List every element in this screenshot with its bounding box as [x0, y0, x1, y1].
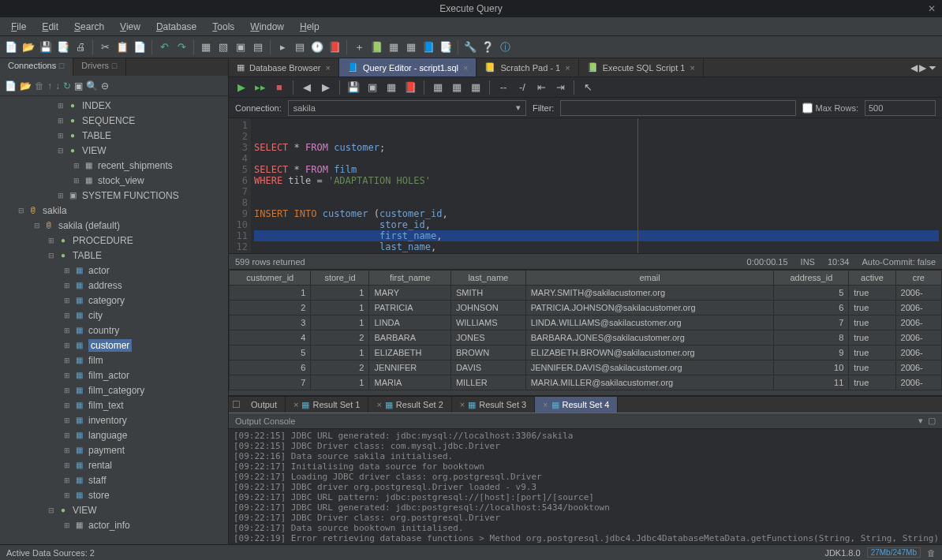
- stop-icon[interactable]: ■: [271, 80, 287, 95]
- open-file-icon[interactable]: 📂: [21, 39, 36, 55]
- maxrows-input[interactable]: [865, 100, 936, 116]
- tool-icon[interactable]: ▦: [386, 39, 402, 55]
- down-icon[interactable]: ↓: [55, 80, 60, 91]
- tree-node-country[interactable]: ⊞▦country: [0, 323, 228, 338]
- doc-icon[interactable]: 📘: [421, 39, 436, 55]
- open-folder-icon[interactable]: 📂: [20, 80, 32, 91]
- menu-help[interactable]: Help: [292, 19, 327, 35]
- menu-view[interactable]: View: [112, 19, 148, 35]
- menu-file[interactable]: File: [3, 19, 34, 35]
- tool-icon[interactable]: ▦: [430, 80, 446, 95]
- tree-node-film-category[interactable]: ⊞▦film_category: [0, 383, 228, 398]
- tree-node-rental[interactable]: ⊞▦rental: [0, 457, 228, 472]
- tab-output[interactable]: Output: [243, 397, 286, 413]
- filter-input[interactable]: [560, 100, 795, 116]
- trash-icon[interactable]: 🗑: [35, 80, 44, 91]
- tool-icon[interactable]: ▣: [233, 39, 249, 55]
- tree-node-sakila-conn[interactable]: ⊟🛢sakila: [0, 203, 228, 218]
- rs-close-icon[interactable]: ☐: [229, 397, 243, 413]
- run-sql-icon[interactable]: ▸: [275, 39, 290, 55]
- col-email[interactable]: email: [525, 271, 774, 286]
- tool-icon[interactable]: ▤: [250, 39, 266, 55]
- help-icon[interactable]: ❔: [480, 39, 495, 55]
- tab-next-icon[interactable]: ▶: [919, 62, 926, 73]
- col-first_name[interactable]: first_name: [369, 271, 450, 286]
- tree-node-table[interactable]: ⊞●TABLE: [0, 128, 228, 143]
- redo-icon[interactable]: ↷: [174, 39, 189, 55]
- tree-node-view2[interactable]: ⊟●VIEW: [0, 502, 228, 517]
- save-as-icon[interactable]: 📑: [55, 39, 71, 55]
- up-icon[interactable]: ↑: [47, 80, 52, 91]
- tree-node-city[interactable]: ⊞▦city: [0, 308, 228, 323]
- table-row[interactable]: 31LINDAWILLIAMSLINDA.WILLIAMS@sakilacust…: [230, 315, 942, 330]
- memory-indicator[interactable]: 27Mb/247Mb: [867, 547, 921, 558]
- tree-node-store[interactable]: ⊞▦store: [0, 487, 228, 502]
- col-address_id[interactable]: address_id: [774, 271, 849, 286]
- pointer-icon[interactable]: ↖: [580, 80, 596, 95]
- run-icon[interactable]: ▶: [234, 80, 249, 95]
- collapse-icon[interactable]: ⊖: [101, 80, 109, 91]
- tree-node-customer[interactable]: ⊞▦customer: [0, 338, 228, 353]
- menu-tools[interactable]: Tools: [204, 19, 242, 35]
- tool-icon[interactable]: ▦: [468, 80, 484, 95]
- sql-editor[interactable]: 1234567891011121314 SELECT * FROM custom…: [229, 118, 942, 254]
- tab-rs3[interactable]: ×▦Result Set 3: [452, 397, 535, 413]
- tab-list-icon[interactable]: ⏷: [928, 62, 937, 73]
- col-active[interactable]: active: [849, 271, 895, 286]
- console-min-icon[interactable]: ▾: [918, 416, 923, 426]
- tree-node-index[interactable]: ⊞●INDEX: [0, 98, 228, 113]
- tab-rs4[interactable]: ×▦Result Set 4: [535, 397, 618, 413]
- tab-prev-icon[interactable]: ◀: [910, 62, 918, 73]
- col-cre[interactable]: cre: [895, 271, 941, 286]
- window-close-icon[interactable]: ✕: [928, 3, 936, 14]
- menu-window[interactable]: Window: [242, 19, 292, 35]
- tab-rs1[interactable]: ×▦Result Set 1: [286, 397, 368, 413]
- tree-node-sakila-default[interactable]: ⊟🛢sakila (default): [0, 218, 228, 233]
- tree-node-procedure[interactable]: ⊞●PROCEDURE: [0, 233, 228, 248]
- tree-node-film-actor[interactable]: ⊞▦film_actor: [0, 368, 228, 383]
- tree-node-film-text[interactable]: ⊞▦film_text: [0, 398, 228, 413]
- menu-database[interactable]: Database: [148, 19, 204, 35]
- clock-icon[interactable]: 🕐: [309, 39, 325, 55]
- comment-icon[interactable]: --: [495, 80, 511, 95]
- col-last_name[interactable]: last_name: [450, 271, 525, 286]
- undo-icon[interactable]: ↶: [156, 39, 172, 55]
- new-file-icon[interactable]: 📄: [3, 39, 19, 55]
- table-row[interactable]: 11MARYSMITHMARY.SMITH@sakilacustomer.org…: [230, 286, 942, 301]
- run-block-icon[interactable]: ▸▸: [252, 80, 268, 95]
- book-icon[interactable]: 📕: [327, 39, 342, 55]
- connection-dropdown[interactable]: sakila▾: [288, 100, 526, 116]
- tool-icon[interactable]: ▦: [403, 39, 419, 55]
- add-icon[interactable]: ＋: [351, 39, 367, 55]
- output-console[interactable]: [09:22:15] JDBC URL generated: jdbc:mysq…: [229, 429, 942, 544]
- table-row[interactable]: 42BARBARAJONESBARBARA.JONES@sakilacustom…: [230, 330, 942, 345]
- tool-icon[interactable]: ▦: [383, 80, 399, 95]
- tool-icon[interactable]: ▦: [198, 39, 214, 55]
- tree-node-sysfunc[interactable]: ⊞▣SYSTEM FUNCTIONS: [0, 188, 228, 203]
- tab-scratch[interactable]: 📒Scratch Pad - 1×: [477, 58, 578, 77]
- book2-icon[interactable]: 📗: [368, 39, 384, 55]
- menu-search[interactable]: Search: [66, 19, 112, 35]
- trash-status-icon[interactable]: 🗑: [927, 548, 936, 558]
- tool-icon[interactable]: ▣: [74, 80, 83, 91]
- tab-exec-script[interactable]: 📗Execute SQL Script 1×: [579, 58, 704, 77]
- refresh-icon[interactable]: ↻: [63, 80, 71, 91]
- print-icon[interactable]: 🖨: [73, 39, 88, 55]
- tab-connections[interactable]: Connections ☐: [0, 58, 73, 76]
- indent-left-icon[interactable]: ⇤: [533, 80, 549, 95]
- result-table-wrap[interactable]: customer_idstore_idfirst_namelast_nameem…: [229, 270, 942, 396]
- menu-edit[interactable]: Edit: [34, 19, 66, 35]
- col-customer_id[interactable]: customer_id: [230, 271, 311, 286]
- tree-node-address[interactable]: ⊞▦address: [0, 278, 228, 293]
- console-max-icon[interactable]: ▢: [928, 416, 936, 426]
- tab-rs2[interactable]: ×▦Result Set 2: [368, 397, 451, 413]
- tree-node-actor-info[interactable]: ⊞▦actor_info: [0, 517, 228, 532]
- tab-query-editor[interactable]: 📘Query Editor - script1.sql×: [339, 58, 477, 77]
- tree-node-table2[interactable]: ⊟●TABLE: [0, 248, 228, 263]
- table-row[interactable]: 62JENNIFERDAVISJENNIFER.DAVIS@sakilacust…: [230, 360, 942, 375]
- paste-icon[interactable]: 📄: [132, 39, 148, 55]
- all-icon[interactable]: ▧: [215, 39, 231, 55]
- tree-node-film[interactable]: ⊞▦film: [0, 353, 228, 368]
- search-icon[interactable]: 🔍: [86, 80, 98, 91]
- copy-icon[interactable]: 📋: [114, 39, 130, 55]
